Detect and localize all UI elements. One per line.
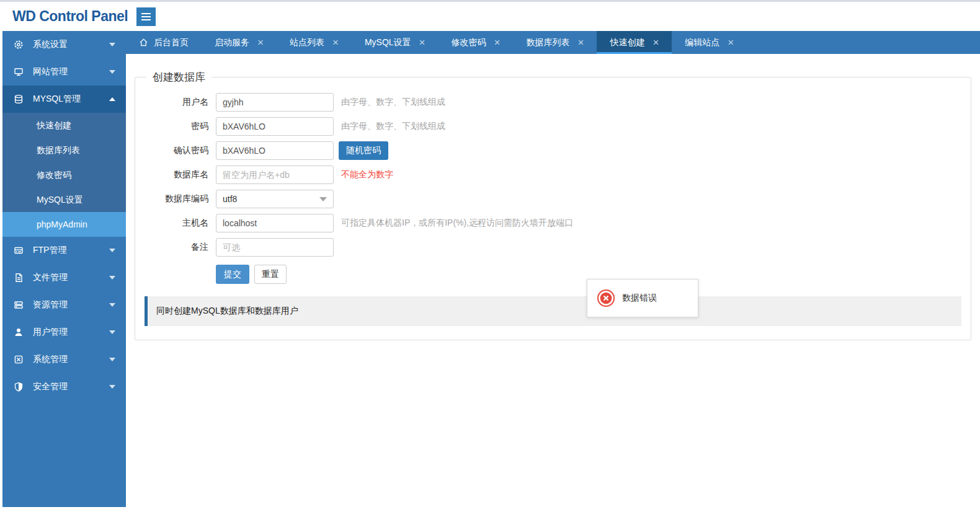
create-database-panel: 创建数据库 用户名 由字母、数字、下划线组成 密码 由字母、数字、下划线组成 确…	[135, 70, 971, 340]
close-icon[interactable]: ×	[653, 37, 659, 48]
ftp-server-icon	[13, 245, 24, 255]
username-hint: 由字母、数字、下划线组成	[341, 97, 445, 108]
password-label: 密码	[135, 121, 208, 132]
form-row-hostname: 主机名 可指定具体机器IP，或所有IP(%),远程访问需防火墙开放端口	[135, 214, 971, 232]
close-icon[interactable]: ×	[257, 37, 264, 48]
password-input[interactable]	[216, 117, 334, 136]
hostname-label: 主机名	[135, 218, 208, 229]
tab-change-password[interactable]: 修改密码 ×	[439, 31, 514, 54]
sidebar-item-ftp-management[interactable]: FTP管理	[2, 237, 126, 264]
username-input[interactable]	[216, 93, 334, 112]
mysql-submenu: 快速创建 数据库列表 修改密码 MySQL设置 phpMyAdmin	[2, 113, 126, 237]
sidebar: 系统设置 网站管理 MYSQL管理 快速创建 数据库列表 修改密码 MySQL设…	[2, 31, 126, 507]
tab-database-list[interactable]: 数据库列表 ×	[513, 31, 597, 54]
info-bar-text: 同时创建MySQL数据库和数据库用户	[156, 306, 298, 317]
sidebar-item-label: 文件管理	[33, 272, 109, 283]
sidebar-item-website-management[interactable]: 网站管理	[2, 58, 126, 86]
database-encoding-select[interactable]: utf8	[216, 190, 334, 208]
sidebar-item-label: 安全管理	[33, 381, 109, 392]
reset-button[interactable]: 重置	[254, 265, 287, 284]
database-encoding-label: 数据库编码	[135, 193, 208, 205]
remark-label: 备注	[135, 242, 208, 253]
submenu-item-change-password[interactable]: 修改密码	[2, 162, 126, 187]
sidebar-item-label: 系统管理	[33, 354, 109, 365]
submit-button[interactable]: 提交	[216, 265, 249, 284]
sidebar-item-label: FTP管理	[33, 245, 109, 256]
confirm-password-label: 确认密码	[135, 145, 208, 156]
tab-quick-create[interactable]: 快速创建 ×	[597, 31, 672, 54]
submenu-item-mysql-settings[interactable]: MySQL设置	[2, 187, 126, 212]
sidebar-item-user-management[interactable]: 用户管理	[2, 319, 126, 346]
sidebar-item-file-management[interactable]: 文件管理	[2, 264, 126, 291]
sidebar-item-label: 资源管理	[33, 299, 109, 311]
app-header: WD Control Panel	[0, 2, 980, 31]
chevron-down-icon	[109, 276, 115, 280]
error-circle-x-icon	[597, 289, 615, 307]
sidebar-item-security-management[interactable]: 安全管理	[2, 373, 126, 400]
chevron-down-icon	[109, 43, 115, 46]
sidebar-item-system-settings[interactable]: 系统设置	[2, 31, 126, 58]
form-row-database-name: 数据库名 不能全为数字	[135, 166, 971, 184]
close-icon[interactable]: ×	[577, 37, 584, 48]
tab-home[interactable]: 后台首页	[126, 31, 202, 54]
form-row-username: 用户名 由字母、数字、下划线组成	[135, 93, 971, 112]
server-stack-icon	[13, 300, 24, 310]
sidebar-item-label: 系统设置	[33, 39, 109, 50]
password-hint: 由字母、数字、下划线组成	[341, 121, 445, 132]
tab-mysql-settings[interactable]: MySQL设置 ×	[352, 31, 439, 54]
tab-label: MySQL设置	[365, 37, 411, 48]
home-icon	[139, 38, 148, 47]
submenu-item-database-list[interactable]: 数据库列表	[2, 138, 126, 162]
submenu-item-phpmyadmin[interactable]: phpMyAdmin	[2, 212, 126, 237]
chevron-down-icon	[109, 358, 115, 361]
random-password-button[interactable]: 随机密码	[339, 141, 388, 160]
close-icon[interactable]: ×	[419, 37, 425, 48]
sidebar-item-mysql-management[interactable]: MYSQL管理	[2, 86, 126, 113]
chevron-down-icon	[319, 197, 327, 201]
chevron-down-icon	[109, 249, 115, 252]
form-row-database-encoding: 数据库编码 utf8	[135, 190, 971, 208]
chevron-down-icon	[109, 330, 115, 334]
close-icon[interactable]: ×	[494, 37, 501, 48]
shield-icon	[13, 382, 24, 392]
tab-edit-site[interactable]: 编辑站点 ×	[672, 31, 747, 54]
database-name-error: 不能全为数字	[341, 169, 393, 180]
database-icon	[13, 94, 24, 104]
user-icon	[13, 327, 24, 337]
submenu-item-quick-create[interactable]: 快速创建	[2, 113, 126, 138]
sidebar-item-resource-management[interactable]: 资源管理	[2, 291, 126, 319]
close-icon[interactable]: ×	[728, 37, 734, 48]
database-name-label: 数据库名	[135, 169, 208, 180]
tab-start-service[interactable]: 启动服务 ×	[202, 31, 277, 54]
tab-site-list[interactable]: 站点列表 ×	[277, 31, 352, 54]
monitor-icon	[13, 67, 24, 77]
confirm-password-input[interactable]	[216, 141, 334, 160]
tab-label: 修改密码	[452, 37, 486, 48]
chevron-down-icon	[109, 385, 115, 389]
tab-label: 启动服务	[215, 37, 249, 48]
sidebar-item-label: MYSQL管理	[33, 94, 109, 105]
chevron-up-icon	[109, 97, 115, 101]
tab-label: 编辑站点	[685, 37, 719, 48]
sidebar-item-label: 用户管理	[33, 327, 109, 338]
username-label: 用户名	[135, 97, 208, 108]
tab-label: 后台首页	[154, 37, 189, 48]
hamburger-menu-button[interactable]	[136, 7, 156, 26]
main-content: 创建数据库 用户名 由字母、数字、下划线组成 密码 由字母、数字、下划线组成 确…	[126, 54, 980, 512]
tab-label: 数据库列表	[526, 37, 569, 48]
hostname-input[interactable]	[216, 214, 334, 232]
chevron-down-icon	[109, 303, 115, 307]
close-icon[interactable]: ×	[332, 37, 339, 48]
database-name-input[interactable]	[216, 166, 334, 184]
form-row-confirm-password: 确认密码 随机密码	[135, 141, 971, 160]
gear-icon	[13, 40, 24, 50]
chevron-down-icon	[109, 70, 115, 74]
remark-input[interactable]	[216, 238, 334, 257]
tab-label: 站点列表	[290, 37, 324, 48]
sidebar-item-system-management[interactable]: 系统管理	[2, 346, 126, 373]
panel-title: 创建数据库	[146, 70, 212, 84]
error-toast-text: 数据错误	[622, 293, 657, 304]
selected-encoding-value: utf8	[223, 194, 237, 204]
tab-label: 快速创建	[610, 37, 644, 48]
form-row-password: 密码 由字母、数字、下划线组成	[135, 117, 971, 136]
